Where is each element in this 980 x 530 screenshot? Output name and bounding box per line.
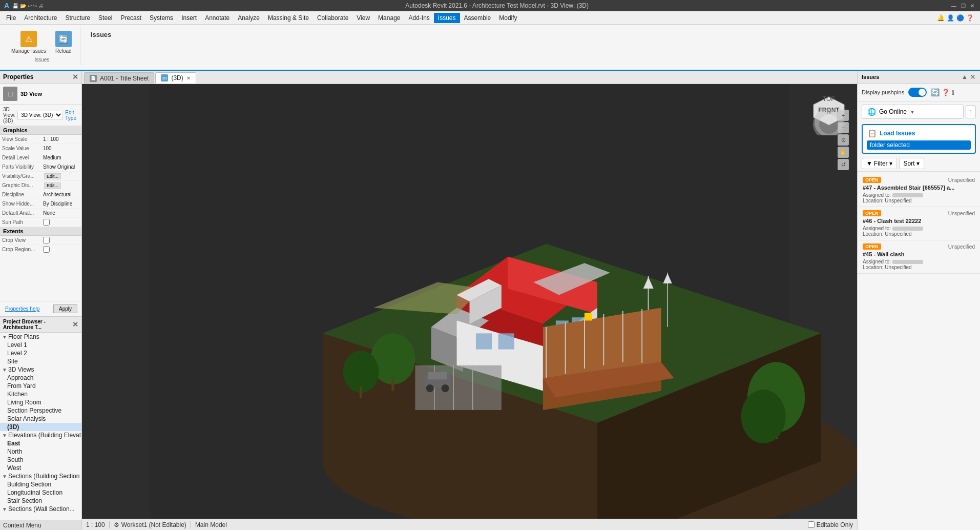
context-menu-bar[interactable]: Context Menu (0, 520, 81, 530)
menu-file[interactable]: File (2, 13, 20, 23)
tree-sections-wall[interactable]: ▼ Sections (Wall Section... (0, 505, 81, 513)
menu-annotate[interactable]: Annotate (201, 13, 234, 23)
close-button[interactable]: ✕ (969, 2, 976, 9)
help-icon[interactable]: ❓ (942, 89, 950, 96)
tree-section-perspective[interactable]: Section Perspective (0, 406, 81, 415)
menu-assemble[interactable]: Assemble (460, 13, 495, 23)
tree-building-section[interactable]: Building Section (0, 480, 81, 488)
go-online-button[interactable]: 🌐 Go Online ▼ (862, 105, 964, 119)
reload-button[interactable]: 🔄 Reload (51, 29, 76, 56)
crop-view-checkbox[interactable] (43, 237, 50, 243)
zoom-fit-button[interactable]: ⊙ (838, 134, 849, 146)
tab-3d[interactable]: 3D (3D) ✕ (155, 72, 196, 84)
menu-architecture[interactable]: Architecture (20, 13, 61, 23)
pan-button[interactable]: ✋ (838, 147, 849, 158)
3d-view-canvas[interactable]: FRONT TOP N + − ⊙ ✋ ↺ (82, 84, 857, 519)
chevron-down-icon: ▼ (2, 474, 7, 479)
svg-rect-14 (498, 333, 514, 349)
sync-icon[interactable]: 🔄 (931, 88, 940, 96)
menu-manage[interactable]: Manage (374, 13, 404, 23)
properties-apply-button[interactable]: Apply (53, 304, 77, 313)
crop-region-checkbox[interactable] (43, 246, 50, 253)
tree-solar-analysis[interactable]: Solar Analysis (0, 415, 81, 423)
menu-view[interactable]: View (352, 13, 374, 23)
tree-from-yard[interactable]: From Yard (0, 382, 81, 390)
svg-rect-28 (428, 372, 447, 379)
info-icon[interactable]: ℹ (952, 89, 954, 96)
tree-living-room[interactable]: Living Room (0, 398, 81, 406)
tree-west[interactable]: West (0, 464, 81, 472)
tree-stair-section[interactable]: Stair Section (0, 497, 81, 505)
menu-insert[interactable]: Insert (177, 13, 201, 23)
load-issues-button[interactable]: 📋 Load Issues (865, 127, 973, 139)
folder-selected-badge: folder selected (867, 140, 971, 150)
tree-level-2[interactable]: Level 2 (0, 349, 81, 357)
svg-point-30 (442, 384, 449, 392)
ribbon-group-issues: ⚠ Manage Issues 🔄 Reload Issues (4, 27, 80, 65)
minimize-button[interactable]: — (950, 2, 957, 9)
menu-issues[interactable]: Issues (434, 13, 460, 23)
graphic-display-edit-button[interactable]: Edit... (44, 182, 61, 189)
tree-south[interactable]: South (0, 456, 81, 464)
chevron-down-icon: ▼ (910, 109, 915, 115)
sort-button[interactable]: Sort ▾ (899, 158, 924, 169)
tree-floor-plans[interactable]: ▼ Floor Plans (0, 333, 81, 341)
project-browser-close-button[interactable]: ✕ (72, 320, 78, 329)
prop-detail-level: Detail Level Medium (0, 153, 81, 162)
menu-systems[interactable]: Systems (145, 13, 177, 23)
menu-modify[interactable]: Modify (495, 13, 521, 23)
display-pushpins-row: Display pushpins 🔄 ❓ ℹ (858, 84, 980, 101)
menu-massing[interactable]: Massing & Site (264, 13, 313, 23)
tree-longitudinal-section[interactable]: Longitudinal Section (0, 488, 81, 497)
tree-3d-current[interactable]: (3D) (0, 423, 81, 431)
issue-45-status: OPEN (863, 243, 881, 250)
menu-steel[interactable]: Steel (94, 13, 116, 23)
prop-sun-path: Sun Path (0, 218, 81, 227)
issue-card-47[interactable]: OPEN Unspecified #47 - Assembled Stair [… (858, 174, 980, 207)
menu-structure[interactable]: Structure (61, 13, 94, 23)
chevron-down-icon: ▼ (2, 367, 7, 373)
properties-help-link[interactable]: Properties help (2, 304, 43, 314)
issues-scroll-up-icon[interactable]: ▲ (962, 73, 968, 80)
prop-type-icon: □ (3, 87, 17, 101)
edit-type-link[interactable]: Edit Type (65, 110, 78, 121)
menu-precast[interactable]: Precast (116, 13, 145, 23)
tree-sections[interactable]: ▼ Sections (Building Section (0, 472, 81, 480)
menu-collaborate[interactable]: Collaborate (313, 13, 352, 23)
filter-button[interactable]: ▼ Filter ▾ (862, 158, 897, 169)
status-model: Main Model (195, 521, 227, 528)
tree-east[interactable]: East (0, 439, 81, 447)
menu-analyze[interactable]: Analyze (234, 13, 264, 23)
issue-card-45[interactable]: OPEN Unspecified #45 - Wall clash Assign… (858, 240, 980, 274)
editable-only-checkbox[interactable] (808, 521, 815, 528)
issue-46-assigned: Assigned to: (863, 226, 975, 231)
orbit-button[interactable]: ↺ (838, 159, 849, 170)
svg-rect-3 (391, 378, 394, 391)
prop-show-hidden: Show Hidde... By Discipline (0, 199, 81, 209)
menu-addins[interactable]: Add-Ins (404, 13, 433, 23)
tab-title-sheet[interactable]: 📄 A001 - Title Sheet (84, 72, 154, 84)
visibility-edit-button[interactable]: Edit... (44, 173, 61, 179)
tree-kitchen[interactable]: Kitchen (0, 390, 81, 398)
status-editable-only[interactable]: Editable Only (808, 521, 853, 528)
tree-site[interactable]: Site (0, 357, 81, 365)
app-title: Autodesk Revit 2021.6 - Architecture Tes… (44, 2, 950, 9)
issue-card-46[interactable]: OPEN Unspecified #46 - Clash test 22222 … (858, 207, 980, 240)
display-pushpins-toggle[interactable] (908, 88, 927, 97)
zoom-out-button[interactable]: − (838, 122, 849, 133)
share-icon-button[interactable]: ↑ (966, 105, 976, 118)
zoom-in-button[interactable]: + (838, 110, 849, 121)
main-area: Properties ✕ □ 3D View 3D View: (3D) 3D … (0, 71, 980, 530)
issues-close-button[interactable]: ✕ (970, 73, 976, 81)
tab-close-button[interactable]: ✕ (186, 75, 191, 81)
properties-close-button[interactable]: ✕ (72, 73, 78, 81)
view-type-dropdown[interactable]: 3D View: (3D) (17, 111, 63, 119)
tree-elevations[interactable]: ▼ Elevations (Building Elevat (0, 431, 81, 439)
tree-level-1[interactable]: Level 1 (0, 341, 81, 349)
tree-3d-views[interactable]: ▼ 3D Views (0, 365, 81, 374)
manage-issues-button[interactable]: ⚠ Manage Issues (8, 29, 49, 56)
tree-approach[interactable]: Approach (0, 374, 81, 382)
restore-button[interactable]: ❐ (960, 2, 967, 9)
sun-path-checkbox[interactable] (43, 219, 50, 226)
tree-north[interactable]: North (0, 447, 81, 456)
